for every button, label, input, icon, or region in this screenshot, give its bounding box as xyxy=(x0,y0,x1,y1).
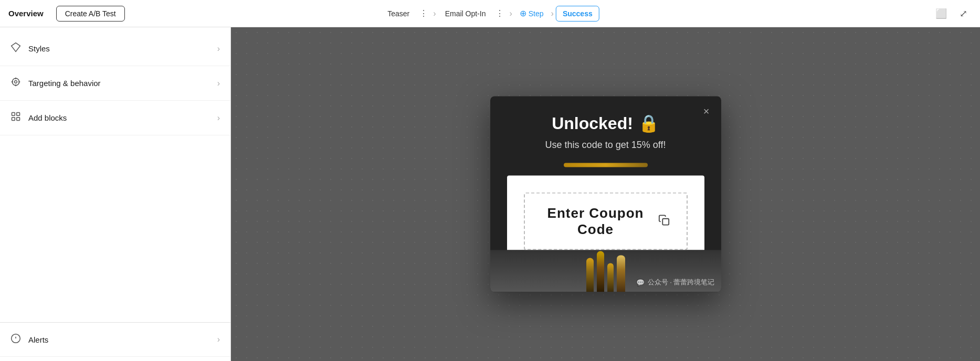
svg-point-0 xyxy=(15,81,17,83)
targeting-label: Targeting & behavior xyxy=(28,79,210,88)
coupon-code-text: Enter Coupon Code xyxy=(538,205,654,238)
modal-popup: × Unlocked! 🔒 Use this code to get 15% o… xyxy=(490,97,721,292)
step-teaser[interactable]: Teaser xyxy=(381,6,416,22)
top-bar-right: ⬜ ⤢ xyxy=(931,5,972,23)
overview-label: Overview xyxy=(8,9,44,18)
coupon-code-box[interactable]: Enter Coupon Code xyxy=(524,193,688,250)
chevron-sep-3: › xyxy=(551,9,554,18)
svg-rect-2 xyxy=(12,113,15,116)
watermark: 💬 公众号 · 蕾蕾跨境笔记 xyxy=(636,278,715,287)
step-navigation: Teaser ⋮ › Email Opt-In ⋮ › ⊕ Step › Suc… xyxy=(381,5,599,22)
svg-point-1 xyxy=(12,78,19,85)
modal-close-button[interactable]: × xyxy=(699,104,714,119)
brush-2 xyxy=(597,251,604,292)
brushes-decoration xyxy=(586,251,625,292)
teaser-label: Teaser xyxy=(387,9,409,18)
plus-circle-icon: ⊕ xyxy=(520,8,526,18)
diamond-icon xyxy=(10,42,21,55)
styles-chevron-icon: › xyxy=(217,44,220,54)
sidebar: Styles › Targeting & behavior › xyxy=(0,27,231,361)
step-email-opt-in[interactable]: Email Opt-In xyxy=(438,6,493,22)
sidebar-item-styles[interactable]: Styles › xyxy=(0,31,230,66)
sidebar-item-add-blocks[interactable]: Add blocks › xyxy=(0,101,230,135)
teaser-menu-button[interactable]: ⋮ xyxy=(416,6,431,20)
svg-rect-5 xyxy=(17,118,20,121)
svg-rect-9 xyxy=(662,218,669,225)
preview-area: × Unlocked! 🔒 Use this code to get 15% o… xyxy=(231,27,980,361)
sidebar-item-alerts[interactable]: Alerts › xyxy=(0,322,230,357)
top-bar: Overview Create A/B Test Teaser ⋮ › Emai… xyxy=(0,0,980,27)
modal-title: Unlocked! 🔒 xyxy=(507,113,704,133)
modal-decorative-bar xyxy=(564,163,648,167)
lock-emoji-icon: 🔒 xyxy=(638,113,659,133)
info-icon xyxy=(10,333,21,346)
styles-label: Styles xyxy=(28,44,210,53)
brush-3 xyxy=(607,263,614,292)
create-ab-button[interactable]: Create A/B Test xyxy=(56,6,125,22)
main-layout: Styles › Targeting & behavior › xyxy=(0,27,980,361)
modal-subtitle: Use this code to get 15% off! xyxy=(507,140,704,151)
add-step-button[interactable]: ⊕ Step xyxy=(514,5,549,22)
modal-image-area: 💬 公众号 · 蕾蕾跨境笔记 xyxy=(490,250,721,292)
unlocked-text: Unlocked! xyxy=(552,113,633,133)
brush-4 xyxy=(617,256,625,292)
svg-rect-3 xyxy=(17,113,20,116)
success-label: Success xyxy=(563,9,593,18)
chevron-sep-2: › xyxy=(509,9,512,18)
desktop-icon: ⬜ xyxy=(935,8,947,19)
sidebar-item-targeting[interactable]: Targeting & behavior › xyxy=(0,66,230,101)
modal-inner: × Unlocked! 🔒 Use this code to get 15% o… xyxy=(490,97,721,250)
copy-icon xyxy=(658,216,670,228)
step-success[interactable]: Success xyxy=(556,6,599,22)
email-opt-in-menu-button[interactable]: ⋮ xyxy=(492,6,507,20)
email-opt-in-label: Email Opt-In xyxy=(445,9,486,18)
desktop-view-button[interactable]: ⬜ xyxy=(931,5,951,23)
copy-coupon-button[interactable] xyxy=(654,212,674,230)
svg-rect-4 xyxy=(12,118,15,121)
wechat-icon: 💬 xyxy=(636,278,645,286)
crosshair-icon xyxy=(10,77,21,90)
expand-view-button[interactable]: ⤢ xyxy=(955,5,972,23)
add-blocks-label: Add blocks xyxy=(28,113,210,122)
add-blocks-chevron-icon: › xyxy=(217,113,220,123)
expand-icon: ⤢ xyxy=(960,8,967,19)
blocks-icon xyxy=(10,111,21,124)
watermark-text: 公众号 · 蕾蕾跨境笔记 xyxy=(648,278,715,287)
alerts-chevron-icon: › xyxy=(217,335,220,344)
chevron-sep-1: › xyxy=(433,9,436,18)
brush-1 xyxy=(586,258,594,292)
alerts-label: Alerts xyxy=(28,335,210,344)
targeting-chevron-icon: › xyxy=(217,79,220,88)
